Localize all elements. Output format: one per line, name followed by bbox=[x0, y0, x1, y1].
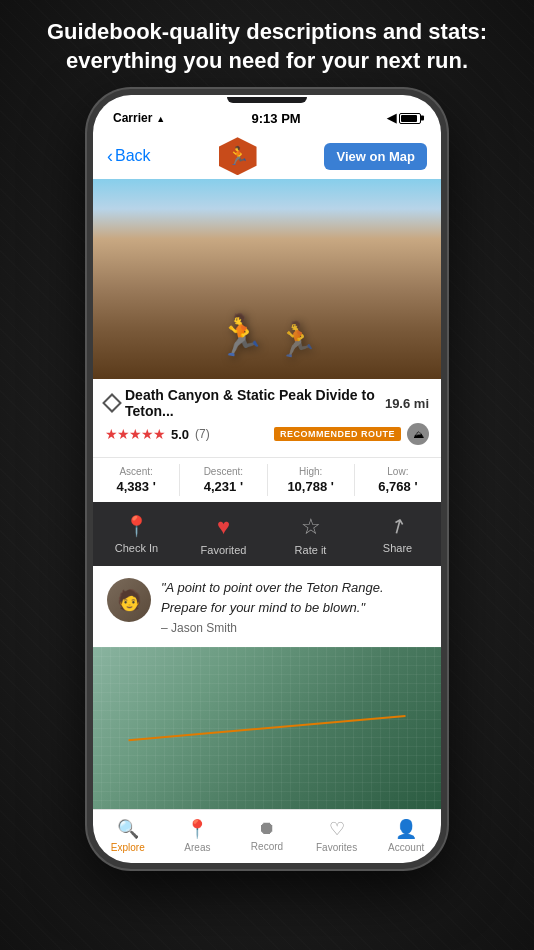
stat-low-value: 6,768 ' bbox=[359, 479, 437, 494]
star-icon: ☆ bbox=[301, 514, 321, 540]
quote-avatar: 🧑 bbox=[107, 578, 151, 622]
explore-label: Explore bbox=[111, 842, 145, 853]
share-icon: ↗ bbox=[384, 512, 411, 541]
map-trail-line bbox=[128, 715, 406, 741]
rate-it-label: Rate it bbox=[295, 544, 327, 556]
route-distance: 19.6 mi bbox=[385, 396, 429, 411]
explore-icon: 🔍 bbox=[117, 818, 139, 840]
bottom-nav: 🔍 Explore 📍 Areas ⏺ Record ♡ Favorites 👤… bbox=[93, 809, 441, 863]
status-time: 9:13 PM bbox=[252, 111, 301, 126]
stats-row: Ascent: 4,383 ' Descent: 4,231 ' High: 1… bbox=[93, 457, 441, 502]
heart-icon: ♥ bbox=[217, 514, 230, 540]
route-type-icon: ⛰ bbox=[407, 423, 429, 445]
wifi-icon bbox=[156, 111, 165, 125]
stat-high-label: High: bbox=[272, 466, 350, 477]
stat-descent-label: Descent: bbox=[184, 466, 262, 477]
nav-item-record[interactable]: ⏺ Record bbox=[232, 816, 302, 855]
record-label: Record bbox=[251, 841, 283, 852]
stat-ascent-value: 4,383 ' bbox=[97, 479, 175, 494]
stat-ascent-label: Ascent: bbox=[97, 466, 175, 477]
nav-bar: ‹ Back 🏃 View on Map bbox=[93, 131, 441, 179]
route-info: Death Canyon & Static Peak Divide to Tet… bbox=[93, 379, 441, 457]
nav-item-explore[interactable]: 🔍 Explore bbox=[93, 816, 163, 855]
quote-author: – Jason Smith bbox=[161, 621, 427, 635]
stat-high-value: 10,788 ' bbox=[272, 479, 350, 494]
check-in-label: Check In bbox=[115, 542, 158, 554]
hero-image: 🏃 🏃 bbox=[93, 179, 441, 379]
check-in-icon: 📍 bbox=[124, 514, 149, 538]
nav-item-favorites[interactable]: ♡ Favorites bbox=[302, 816, 372, 855]
stat-descent: Descent: 4,231 ' bbox=[180, 464, 267, 496]
areas-icon: 📍 bbox=[186, 818, 208, 840]
star-rating-icon: ★★★★★ bbox=[105, 426, 165, 442]
quote-content: "A point to point over the Teton Range. … bbox=[161, 578, 427, 635]
account-icon: 👤 bbox=[395, 818, 417, 840]
record-icon: ⏺ bbox=[258, 818, 276, 839]
quote-section: 🧑 "A point to point over the Teton Range… bbox=[93, 566, 441, 647]
map-preview[interactable] bbox=[93, 647, 441, 809]
favorites-label: Favorites bbox=[316, 842, 357, 853]
favorites-icon: ♡ bbox=[329, 818, 345, 840]
runner-icon-1: 🏃 bbox=[216, 312, 266, 359]
action-row: 📍 Check In ♥ Favorited ☆ Rate it ↗ Share bbox=[93, 502, 441, 566]
back-label: Back bbox=[115, 147, 151, 165]
status-bar: Carrier 9:13 PM ◀ bbox=[93, 103, 441, 131]
app-logo: 🏃 bbox=[219, 137, 257, 175]
recommended-badge: RECOMMENDED ROUTE bbox=[274, 427, 401, 441]
route-difficulty-diamond bbox=[102, 393, 122, 413]
share-label: Share bbox=[383, 542, 412, 554]
rating-score: 5.0 bbox=[171, 427, 189, 442]
stat-ascent: Ascent: 4,383 ' bbox=[93, 464, 180, 496]
quote-text: "A point to point over the Teton Range. … bbox=[161, 578, 427, 617]
marketing-header: Guidebook-quality descriptions and stats… bbox=[0, 0, 534, 89]
phone-frame: Carrier 9:13 PM ◀ ‹ Back 🏃 View on Map 🏃… bbox=[87, 89, 447, 869]
status-carrier: Carrier bbox=[113, 111, 165, 125]
stat-descent-value: 4,231 ' bbox=[184, 479, 262, 494]
phone-notch-area bbox=[93, 95, 441, 103]
share-button[interactable]: ↗ Share bbox=[354, 510, 441, 560]
rate-it-button[interactable]: ☆ Rate it bbox=[267, 510, 354, 560]
runner-icon: 🏃 bbox=[227, 147, 249, 165]
back-chevron-icon: ‹ bbox=[107, 146, 113, 167]
account-label: Account bbox=[388, 842, 424, 853]
signal-icon: ◀ bbox=[387, 111, 396, 125]
stat-low: Low: 6,768 ' bbox=[355, 464, 441, 496]
check-in-button[interactable]: 📍 Check In bbox=[93, 510, 180, 560]
areas-label: Areas bbox=[184, 842, 210, 853]
nav-item-account[interactable]: 👤 Account bbox=[371, 816, 441, 855]
favorited-label: Favorited bbox=[201, 544, 247, 556]
rating-count: (7) bbox=[195, 427, 210, 441]
status-right: ◀ bbox=[387, 111, 421, 125]
favorited-button[interactable]: ♥ Favorited bbox=[180, 510, 267, 560]
route-title: Death Canyon & Static Peak Divide to Tet… bbox=[125, 387, 379, 419]
back-button[interactable]: ‹ Back bbox=[107, 146, 151, 167]
runner-container: 🏃 🏃 bbox=[216, 312, 318, 359]
view-map-button[interactable]: View on Map bbox=[324, 143, 427, 170]
battery-icon bbox=[399, 113, 421, 124]
runner-icon-2: 🏃 bbox=[276, 319, 318, 359]
stat-high: High: 10,788 ' bbox=[268, 464, 355, 496]
stat-low-label: Low: bbox=[359, 466, 437, 477]
nav-item-areas[interactable]: 📍 Areas bbox=[163, 816, 233, 855]
